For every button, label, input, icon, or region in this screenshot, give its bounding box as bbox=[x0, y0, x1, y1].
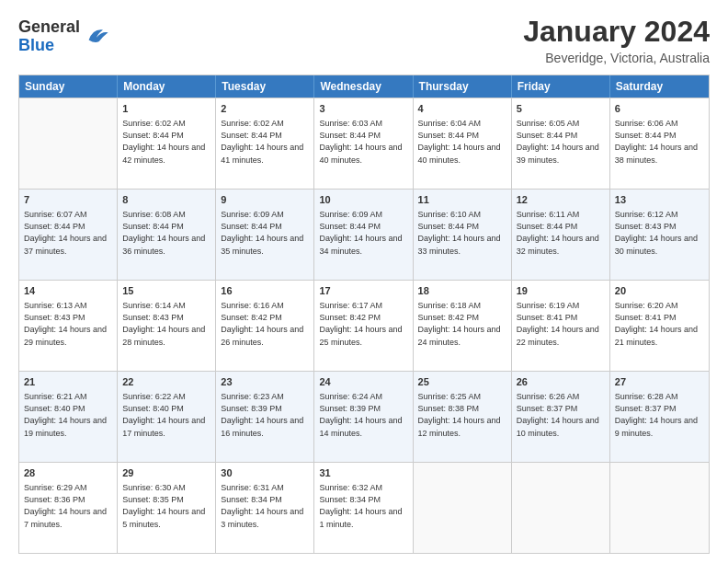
logo: General Blue bbox=[18, 18, 109, 55]
weekday-header: Saturday bbox=[610, 75, 709, 98]
day-number: 7 bbox=[24, 193, 112, 207]
day-number: 10 bbox=[319, 193, 407, 207]
calendar-row: 21Sunrise: 6:21 AM Sunset: 8:40 PM Dayli… bbox=[19, 371, 709, 462]
day-number: 24 bbox=[319, 375, 407, 389]
sun-info: Sunrise: 6:09 AM Sunset: 8:44 PM Dayligh… bbox=[221, 209, 309, 257]
day-cell: 15Sunrise: 6:14 AM Sunset: 8:43 PM Dayli… bbox=[118, 281, 216, 371]
weekday-header: Sunday bbox=[19, 75, 118, 98]
day-cell: 25Sunrise: 6:25 AM Sunset: 8:38 PM Dayli… bbox=[414, 372, 512, 462]
logo-general: General bbox=[18, 18, 80, 37]
day-number: 19 bbox=[517, 284, 605, 298]
day-cell: 8Sunrise: 6:08 AM Sunset: 8:44 PM Daylig… bbox=[118, 190, 216, 280]
sun-info: Sunrise: 6:28 AM Sunset: 8:37 PM Dayligh… bbox=[615, 391, 704, 439]
month-year: January 2024 bbox=[523, 15, 710, 49]
day-cell: 27Sunrise: 6:28 AM Sunset: 8:37 PM Dayli… bbox=[610, 372, 709, 462]
weekday-header: Tuesday bbox=[216, 75, 314, 98]
location: Beveridge, Victoria, Australia bbox=[523, 51, 710, 65]
day-number: 4 bbox=[418, 102, 506, 116]
sun-info: Sunrise: 6:04 AM Sunset: 8:44 PM Dayligh… bbox=[418, 118, 506, 166]
day-number: 22 bbox=[122, 375, 210, 389]
sun-info: Sunrise: 6:11 AM Sunset: 8:44 PM Dayligh… bbox=[517, 209, 605, 257]
day-cell: 10Sunrise: 6:09 AM Sunset: 8:44 PM Dayli… bbox=[314, 190, 413, 280]
sun-info: Sunrise: 6:08 AM Sunset: 8:44 PM Dayligh… bbox=[122, 209, 210, 257]
empty-cell bbox=[512, 463, 610, 553]
day-number: 9 bbox=[221, 193, 309, 207]
day-number: 11 bbox=[418, 193, 506, 207]
day-number: 14 bbox=[24, 284, 112, 298]
day-number: 21 bbox=[24, 375, 112, 389]
day-cell: 5Sunrise: 6:05 AM Sunset: 8:44 PM Daylig… bbox=[512, 98, 610, 189]
weekday-header: Monday bbox=[118, 75, 216, 98]
day-number: 17 bbox=[319, 284, 407, 298]
calendar: SundayMondayTuesdayWednesdayThursdayFrid… bbox=[18, 75, 710, 554]
sun-info: Sunrise: 6:10 AM Sunset: 8:44 PM Dayligh… bbox=[418, 209, 506, 257]
day-cell: 22Sunrise: 6:22 AM Sunset: 8:40 PM Dayli… bbox=[118, 372, 216, 462]
day-number: 15 bbox=[122, 284, 210, 298]
day-cell: 1Sunrise: 6:02 AM Sunset: 8:44 PM Daylig… bbox=[118, 98, 216, 189]
day-cell: 14Sunrise: 6:13 AM Sunset: 8:43 PM Dayli… bbox=[19, 281, 118, 371]
sun-info: Sunrise: 6:19 AM Sunset: 8:41 PM Dayligh… bbox=[517, 300, 605, 348]
day-cell: 20Sunrise: 6:20 AM Sunset: 8:41 PM Dayli… bbox=[610, 281, 709, 371]
sun-info: Sunrise: 6:23 AM Sunset: 8:39 PM Dayligh… bbox=[221, 391, 309, 439]
sun-info: Sunrise: 6:12 AM Sunset: 8:43 PM Dayligh… bbox=[615, 209, 704, 257]
sun-info: Sunrise: 6:18 AM Sunset: 8:42 PM Dayligh… bbox=[418, 300, 506, 348]
sun-info: Sunrise: 6:03 AM Sunset: 8:44 PM Dayligh… bbox=[319, 118, 407, 166]
title-block: January 2024 Beveridge, Victoria, Austra… bbox=[523, 15, 710, 65]
sun-info: Sunrise: 6:06 AM Sunset: 8:44 PM Dayligh… bbox=[615, 118, 704, 166]
day-number: 31 bbox=[319, 466, 407, 480]
day-number: 2 bbox=[221, 102, 309, 116]
sun-info: Sunrise: 6:30 AM Sunset: 8:35 PM Dayligh… bbox=[122, 482, 210, 530]
sun-info: Sunrise: 6:26 AM Sunset: 8:37 PM Dayligh… bbox=[517, 391, 605, 439]
sun-info: Sunrise: 6:32 AM Sunset: 8:34 PM Dayligh… bbox=[319, 482, 407, 530]
day-number: 8 bbox=[122, 193, 210, 207]
logo-bird-icon bbox=[84, 22, 109, 48]
day-number: 20 bbox=[615, 284, 704, 298]
day-cell: 30Sunrise: 6:31 AM Sunset: 8:34 PM Dayli… bbox=[216, 463, 314, 553]
calendar-row: 14Sunrise: 6:13 AM Sunset: 8:43 PM Dayli… bbox=[19, 280, 709, 371]
day-number: 26 bbox=[517, 375, 605, 389]
sun-info: Sunrise: 6:07 AM Sunset: 8:44 PM Dayligh… bbox=[24, 209, 112, 257]
header: General Blue January 2024 Beveridge, Vic… bbox=[18, 15, 710, 65]
day-cell: 31Sunrise: 6:32 AM Sunset: 8:34 PM Dayli… bbox=[314, 463, 413, 553]
weekday-header: Friday bbox=[512, 75, 610, 98]
day-cell: 13Sunrise: 6:12 AM Sunset: 8:43 PM Dayli… bbox=[610, 190, 709, 280]
sun-info: Sunrise: 6:09 AM Sunset: 8:44 PM Dayligh… bbox=[319, 209, 407, 257]
day-number: 6 bbox=[615, 102, 704, 116]
day-cell: 7Sunrise: 6:07 AM Sunset: 8:44 PM Daylig… bbox=[19, 190, 118, 280]
day-cell: 28Sunrise: 6:29 AM Sunset: 8:36 PM Dayli… bbox=[19, 463, 118, 553]
calendar-header: SundayMondayTuesdayWednesdayThursdayFrid… bbox=[19, 75, 709, 98]
day-number: 13 bbox=[615, 193, 704, 207]
day-number: 27 bbox=[615, 375, 704, 389]
day-cell: 17Sunrise: 6:17 AM Sunset: 8:42 PM Dayli… bbox=[314, 281, 413, 371]
day-cell: 12Sunrise: 6:11 AM Sunset: 8:44 PM Dayli… bbox=[512, 190, 610, 280]
day-cell: 19Sunrise: 6:19 AM Sunset: 8:41 PM Dayli… bbox=[512, 281, 610, 371]
day-cell: 16Sunrise: 6:16 AM Sunset: 8:42 PM Dayli… bbox=[216, 281, 314, 371]
weekday-header: Wednesday bbox=[314, 75, 413, 98]
day-number: 1 bbox=[122, 102, 210, 116]
day-cell: 23Sunrise: 6:23 AM Sunset: 8:39 PM Dayli… bbox=[216, 372, 314, 462]
sun-info: Sunrise: 6:17 AM Sunset: 8:42 PM Dayligh… bbox=[319, 300, 407, 348]
day-cell: 2Sunrise: 6:02 AM Sunset: 8:44 PM Daylig… bbox=[216, 98, 314, 189]
weekday-header: Thursday bbox=[414, 75, 512, 98]
sun-info: Sunrise: 6:25 AM Sunset: 8:38 PM Dayligh… bbox=[418, 391, 506, 439]
sun-info: Sunrise: 6:02 AM Sunset: 8:44 PM Dayligh… bbox=[221, 118, 309, 166]
day-cell: 6Sunrise: 6:06 AM Sunset: 8:44 PM Daylig… bbox=[610, 98, 709, 189]
day-cell: 3Sunrise: 6:03 AM Sunset: 8:44 PM Daylig… bbox=[314, 98, 413, 189]
calendar-row: 7Sunrise: 6:07 AM Sunset: 8:44 PM Daylig… bbox=[19, 189, 709, 280]
day-number: 3 bbox=[319, 102, 407, 116]
day-cell: 29Sunrise: 6:30 AM Sunset: 8:35 PM Dayli… bbox=[118, 463, 216, 553]
sun-info: Sunrise: 6:16 AM Sunset: 8:42 PM Dayligh… bbox=[221, 300, 309, 348]
day-number: 25 bbox=[418, 375, 506, 389]
calendar-row: 1Sunrise: 6:02 AM Sunset: 8:44 PM Daylig… bbox=[19, 98, 709, 189]
sun-info: Sunrise: 6:24 AM Sunset: 8:39 PM Dayligh… bbox=[319, 391, 407, 439]
day-cell: 24Sunrise: 6:24 AM Sunset: 8:39 PM Dayli… bbox=[314, 372, 413, 462]
day-number: 23 bbox=[221, 375, 309, 389]
sun-info: Sunrise: 6:13 AM Sunset: 8:43 PM Dayligh… bbox=[24, 300, 112, 348]
day-number: 18 bbox=[418, 284, 506, 298]
sun-info: Sunrise: 6:20 AM Sunset: 8:41 PM Dayligh… bbox=[615, 300, 704, 348]
page: General Blue January 2024 Beveridge, Vic… bbox=[0, 0, 728, 563]
day-cell: 9Sunrise: 6:09 AM Sunset: 8:44 PM Daylig… bbox=[216, 190, 314, 280]
day-number: 29 bbox=[122, 466, 210, 480]
empty-cell bbox=[19, 98, 118, 189]
logo-blue: Blue bbox=[18, 37, 80, 55]
